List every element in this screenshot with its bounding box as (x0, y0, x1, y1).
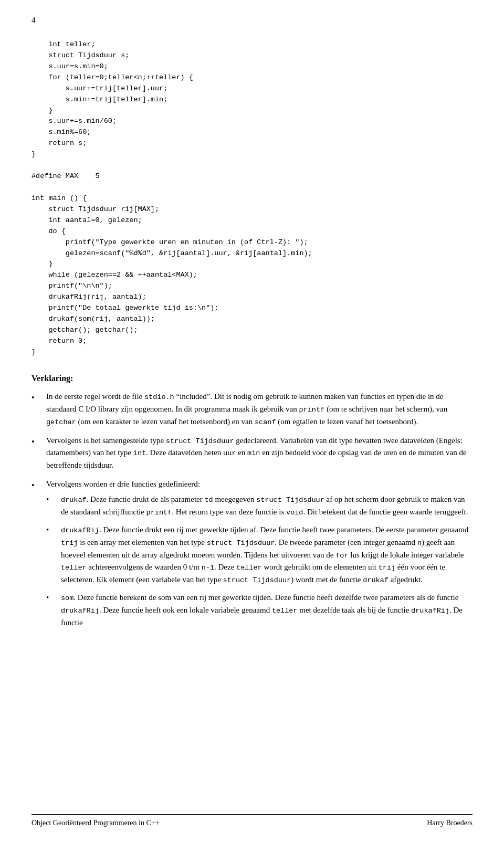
list-item: • In de eerste regel wordt de file stdio… (32, 391, 472, 428)
inline-code: struct Tijdsduur (166, 437, 234, 445)
inline-code: teller (272, 607, 298, 615)
sub-bullet-text: som. Deze functie berekent de som van ee… (61, 592, 472, 629)
inline-code: teller (236, 564, 262, 572)
inline-code: struct Tijdsduur (256, 496, 324, 504)
list-item: • drukaf. Deze functie drukt de als para… (46, 493, 472, 519)
inline-code: teller (61, 564, 87, 572)
list-item: • drukafRij. Deze functie drukt een rij … (46, 524, 472, 587)
bullet-dot: • (32, 392, 41, 405)
inline-code: scanf (255, 418, 276, 426)
inline-code: drukafRij (61, 607, 99, 615)
inline-code: n-1 (202, 564, 214, 572)
inline-code: int (133, 449, 146, 457)
bullet-dot: • (32, 479, 41, 492)
inline-code: td (205, 496, 213, 504)
section-title: Verklaring: (32, 374, 472, 383)
sub-bullet-dot: • (46, 524, 56, 536)
inline-code: trij (379, 564, 395, 572)
inline-code: n (417, 539, 422, 547)
inline-code: for (335, 552, 348, 560)
sub-bullet-list: • drukaf. Deze functie drukt de als para… (46, 493, 472, 629)
inline-code: struct Tijdsduur (207, 539, 275, 547)
inline-code: uur (223, 449, 236, 457)
inline-code: getchar (46, 418, 76, 426)
inline-code: min (247, 449, 260, 457)
inline-code: trij (61, 539, 78, 547)
bullet-text: Vervolgens is het samengestelde type str… (46, 435, 472, 472)
inline-code: void (286, 509, 303, 517)
sub-bullet-text: drukaf. Deze functie drukt de als parame… (61, 493, 472, 519)
bullet-text: In de eerste regel wordt de file stdio.h… (46, 391, 472, 428)
sub-bullet-dot: • (46, 493, 56, 506)
bullet-dot: • (32, 436, 41, 449)
inline-code: drukaf (363, 576, 388, 584)
inline-code: printf (299, 406, 325, 414)
inline-code: drukafRij (411, 607, 449, 615)
sub-bullet-text: drukafRij. Deze functie drukt een rij me… (61, 524, 472, 587)
inline-code: printf (146, 509, 172, 517)
inline-code: drukafRij (61, 527, 99, 534)
footer: Object Georiënteerd Programmeren in C++ … (32, 814, 472, 827)
list-item: • Vervolgens is het samengestelde type s… (32, 435, 472, 472)
page: 4 int teller; struct Tijdsduur s; s.uur=… (0, 0, 504, 842)
list-item: • som. Deze functie berekent de som van … (46, 592, 472, 629)
main-bullet-list: • In de eerste regel wordt de file stdio… (32, 391, 472, 635)
inline-code: struct Tijdsduur (223, 576, 291, 584)
footer-right: Harry Broeders (427, 819, 472, 827)
list-item: • Vervolgens worden er drie functies ged… (32, 478, 472, 635)
sub-bullet-dot: • (46, 592, 56, 604)
inline-code: drukaf (61, 496, 87, 504)
code-text: int teller; struct Tijdsduur s; s.uur=s.… (32, 40, 312, 356)
inline-code: som (61, 594, 74, 602)
footer-left: Object Georiënteerd Programmeren in C++ (32, 819, 160, 827)
inline-code: stdio.h (144, 393, 174, 401)
page-number: 4 (32, 16, 472, 25)
bullet-text: Vervolgens worden er drie functies gedef… (46, 478, 472, 635)
code-block: int teller; struct Tijdsduur s; s.uur=s.… (32, 34, 472, 363)
